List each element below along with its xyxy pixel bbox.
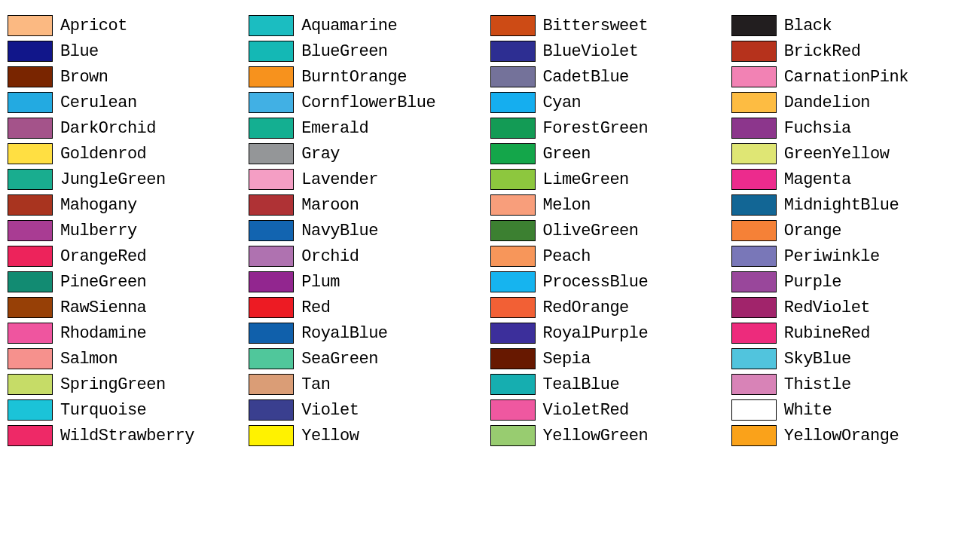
color-swatch (490, 323, 536, 344)
color-swatch (490, 41, 536, 62)
color-label: LimeGreen (543, 170, 629, 189)
color-item: OliveGreen (490, 220, 731, 241)
color-item: Apricot (8, 15, 249, 36)
color-item: Violet (249, 399, 490, 421)
color-swatch (8, 15, 53, 36)
color-swatch (249, 92, 294, 113)
color-swatch (490, 118, 536, 139)
color-swatch (490, 374, 536, 395)
color-label: SkyBlue (784, 350, 851, 369)
color-label: Brown (60, 68, 108, 87)
color-item: OrangeRed (8, 246, 249, 267)
color-item: Dandelion (731, 92, 972, 113)
color-swatch (8, 194, 53, 216)
color-item: Yellow (249, 425, 490, 446)
color-label: RawSienna (60, 298, 146, 317)
color-item: Black (731, 15, 972, 36)
color-item: ForestGreen (490, 118, 731, 139)
color-label: Cyan (543, 93, 582, 112)
color-item: Emerald (249, 118, 490, 139)
color-swatch (249, 169, 294, 190)
color-swatch-grid: ApricotAquamarineBittersweetBlackBlueBlu… (8, 15, 972, 446)
color-label: Lavender (301, 170, 378, 189)
color-swatch (8, 348, 53, 369)
color-swatch (8, 41, 53, 62)
color-label: Apricot (60, 17, 127, 35)
color-item: Mahogany (8, 194, 249, 216)
color-label: BlueGreen (301, 42, 387, 61)
color-swatch (249, 220, 294, 241)
color-item: TealBlue (490, 374, 731, 395)
color-label: WildStrawberry (60, 427, 194, 445)
color-swatch (8, 297, 53, 318)
color-swatch (8, 169, 53, 190)
color-item: Turquoise (8, 399, 249, 421)
color-item: RedOrange (490, 297, 731, 318)
color-item: PineGreen (8, 271, 249, 292)
color-label: Black (784, 17, 832, 35)
color-label: CornflowerBlue (301, 93, 435, 112)
color-swatch (731, 92, 777, 113)
color-swatch (8, 425, 53, 446)
color-swatch (8, 399, 53, 421)
color-swatch (249, 194, 294, 216)
color-label: GreenYellow (784, 145, 890, 164)
color-swatch (490, 297, 536, 318)
color-item: Orange (731, 220, 972, 241)
color-swatch (490, 169, 536, 190)
color-swatch (731, 41, 777, 62)
color-swatch (249, 143, 294, 164)
color-item: Red (249, 297, 490, 318)
color-item: BlueViolet (490, 41, 731, 62)
color-label: RoyalBlue (301, 324, 387, 343)
color-item: Gray (249, 143, 490, 164)
color-label: RoyalPurple (543, 324, 649, 343)
color-item: Plum (249, 271, 490, 292)
color-item: RedViolet (731, 297, 972, 318)
color-swatch (8, 271, 53, 292)
color-label: Yellow (301, 427, 359, 445)
color-swatch (249, 425, 294, 446)
color-item: LimeGreen (490, 169, 731, 190)
color-swatch (490, 143, 536, 164)
color-swatch (731, 399, 777, 421)
color-label: Orchid (301, 247, 359, 266)
color-label: Violet (301, 401, 359, 420)
color-item: Green (490, 143, 731, 164)
color-item: WildStrawberry (8, 425, 249, 446)
color-label: TealBlue (543, 375, 620, 394)
color-label: CarnationPink (784, 68, 908, 87)
color-swatch (490, 15, 536, 36)
color-item: RoyalPurple (490, 323, 731, 344)
color-label: VioletRed (543, 401, 629, 420)
color-label: PineGreen (60, 273, 146, 292)
color-item: Mulberry (8, 220, 249, 241)
color-item: Peach (490, 246, 731, 267)
color-item: Salmon (8, 348, 249, 369)
color-swatch (731, 374, 777, 395)
color-swatch (490, 92, 536, 113)
color-item: DarkOrchid (8, 118, 249, 139)
color-label: OliveGreen (543, 222, 639, 240)
color-swatch (8, 66, 53, 87)
color-item: CadetBlue (490, 66, 731, 87)
color-item: Brown (8, 66, 249, 87)
color-item: Bittersweet (490, 15, 731, 36)
color-item: JungleGreen (8, 169, 249, 190)
color-label: Red (301, 298, 330, 317)
color-item: BurntOrange (249, 66, 490, 87)
color-item: White (731, 399, 972, 421)
color-item: Lavender (249, 169, 490, 190)
color-swatch (490, 348, 536, 369)
color-label: Blue (60, 42, 99, 61)
color-swatch (731, 15, 777, 36)
color-item: CarnationPink (731, 66, 972, 87)
color-swatch (249, 399, 294, 421)
color-item: Orchid (249, 246, 490, 267)
color-label: OrangeRed (60, 247, 146, 266)
color-swatch (731, 348, 777, 369)
color-label: Mahogany (60, 196, 137, 215)
color-swatch (249, 66, 294, 87)
color-item: CornflowerBlue (249, 92, 490, 113)
color-swatch (731, 118, 777, 139)
